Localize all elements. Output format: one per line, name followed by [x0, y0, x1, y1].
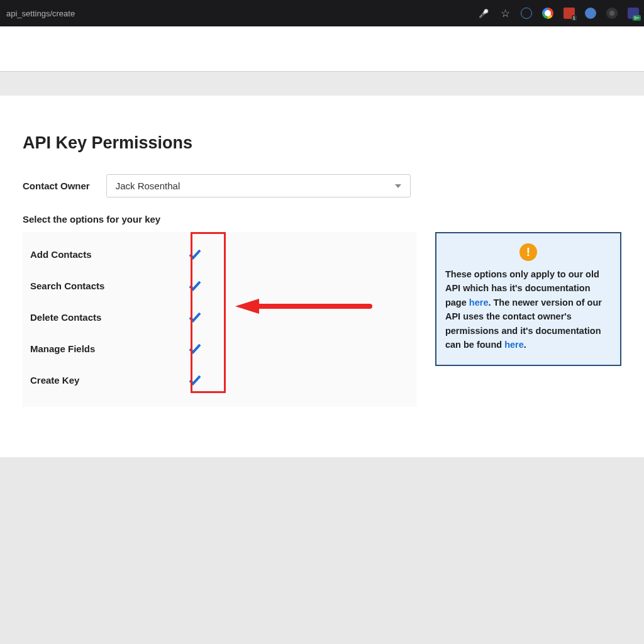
options-area: Add Contacts Search Contacts Delete Cont…	[23, 232, 621, 407]
checkbox-search-contacts[interactable]	[187, 278, 203, 293]
contact-owner-row: Contact Owner Jack Rosenthal	[23, 174, 621, 197]
contact-owner-label: Contact Owner	[23, 180, 90, 191]
permission-row-add-contacts: Add Contacts	[23, 238, 416, 270]
permission-label: Create Key	[30, 375, 176, 386]
bookmark-star-icon[interactable]	[499, 8, 511, 19]
page-title: API Key Permissions	[23, 133, 621, 153]
extension-gear-icon[interactable]	[606, 8, 618, 19]
permissions-table: Add Contacts Search Contacts Delete Cont…	[23, 232, 416, 407]
extension-purple-badge-icon[interactable]	[628, 8, 639, 19]
checkbox-manage-fields[interactable]	[187, 341, 203, 356]
mic-icon[interactable]	[478, 8, 489, 19]
permission-row-create-key: Create Key	[23, 364, 416, 396]
url-fragment: api_settings/create	[6, 9, 75, 18]
extension-red-badge-icon[interactable]	[564, 8, 575, 19]
permission-row-search-contacts: Search Contacts	[23, 270, 416, 301]
permission-label: Delete Contacts	[30, 312, 176, 323]
permission-row-manage-fields: Manage Fields	[23, 333, 416, 364]
extension-circle-icon[interactable]	[521, 8, 532, 19]
chrome-action-icons	[478, 8, 639, 19]
contact-owner-value: Jack Rosenthal	[116, 180, 180, 191]
info-text-c: .	[524, 340, 526, 350]
header-white-band	[0, 26, 644, 72]
browser-chrome-bar: api_settings/create	[0, 0, 644, 26]
chevron-down-icon	[395, 184, 401, 188]
bottom-gray-area	[0, 457, 644, 644]
permission-label: Manage Fields	[30, 343, 176, 354]
options-heading: Select the options for your key	[23, 214, 621, 225]
info-link-old-docs[interactable]: here	[469, 297, 489, 308]
contact-owner-select[interactable]: Jack Rosenthal	[106, 174, 411, 197]
chrome-logo-icon[interactable]	[542, 8, 553, 19]
checkbox-add-contacts[interactable]	[187, 247, 203, 262]
checkbox-delete-contacts[interactable]	[187, 309, 203, 325]
permission-label: Search Contacts	[30, 280, 176, 291]
info-callout-box: ! These options only apply to our old AP…	[435, 232, 621, 366]
checkbox-create-key[interactable]	[187, 372, 203, 387]
info-link-new-docs[interactable]: here	[504, 340, 524, 350]
permission-label: Add Contacts	[30, 249, 176, 260]
permission-row-delete-contacts: Delete Contacts	[23, 301, 416, 333]
gray-gap	[0, 72, 644, 96]
content-card: API Key Permissions Contact Owner Jack R…	[0, 96, 644, 457]
extension-blue-icon[interactable]	[585, 8, 596, 19]
alert-icon: !	[519, 243, 537, 261]
